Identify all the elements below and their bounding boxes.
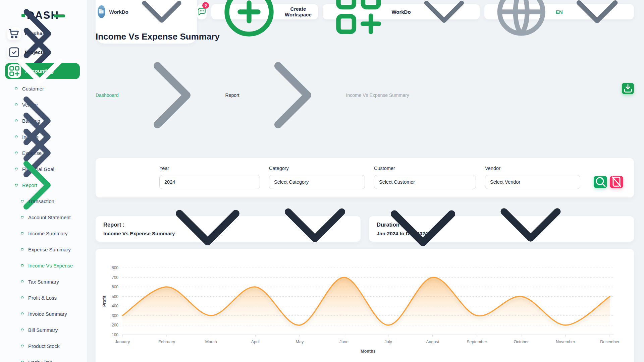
bullet-icon <box>20 344 24 348</box>
apply-filter-button[interactable] <box>594 176 607 188</box>
sidebar-item-label: Profit & Loss <box>28 295 57 301</box>
sidebar-item-report[interactable]: Report <box>0 177 87 193</box>
bullet-icon <box>20 328 24 332</box>
sidebar-item-label: Transaction <box>28 198 54 204</box>
breadcrumb-report[interactable]: Report <box>225 93 239 98</box>
sidebar-report-submenu: TransactionAccount StatementIncome Summa… <box>0 193 87 362</box>
svg-text:December: December <box>600 340 620 344</box>
svg-text:200: 200 <box>112 323 118 327</box>
category-select[interactable]: Select Category <box>269 175 365 189</box>
svg-text:March: March <box>205 340 217 344</box>
svg-text:September: September <box>467 340 487 344</box>
select-wrap: 2024 <box>159 175 260 189</box>
sidebar-accounting-submenu: CustomerVendorBankingIncomeExpenseFinanc… <box>0 80 87 193</box>
select-wrap: Select Customer <box>374 175 476 189</box>
search-icon <box>594 175 607 189</box>
svg-text:Months: Months <box>361 349 375 354</box>
svg-text:April: April <box>251 340 260 344</box>
bullet-icon <box>20 263 24 268</box>
svg-text:August: August <box>426 340 439 344</box>
sidebar-item-product-stock[interactable]: Product Stock <box>0 338 87 354</box>
filter-label-vendor: Vendor <box>485 166 580 171</box>
filter-label-year: Year <box>159 166 260 171</box>
sidebar-item-account-statement[interactable]: Account Statement <box>0 209 87 225</box>
download-report-button[interactable] <box>622 83 634 94</box>
language-selector[interactable]: EN <box>484 4 634 19</box>
svg-text:January: January <box>115 340 130 344</box>
globe-icon <box>490 0 552 43</box>
chevron-down-icon <box>566 0 628 43</box>
create-workspace-button[interactable]: Create Workspace <box>211 4 318 19</box>
bullet-icon <box>20 312 24 316</box>
reset-filter-button[interactable] <box>610 176 623 188</box>
chevron-down-icon <box>414 0 474 42</box>
sidebar-item-label: Cash Flow <box>28 359 52 362</box>
sidebar-item-transaction[interactable]: Transaction <box>0 193 87 209</box>
breadcrumb: Dashboard Report Income Vs Expense Summa… <box>96 45 409 145</box>
svg-text:October: October <box>514 340 529 344</box>
sidebar-item-invoice-summary[interactable]: Invoice Summary <box>0 306 87 322</box>
filter-field-category: CategorySelect Category <box>269 166 365 189</box>
sidebar-item-label: Income Vs Expense <box>28 263 73 268</box>
topbar-actions: 0 Create Workspace WorkDo EN <box>197 4 634 19</box>
svg-text:400: 400 <box>112 304 118 308</box>
sidebar-main-menu: PurchasesProjectsAccounting <box>0 24 87 79</box>
page-header: Income Vs Expense Summary Dashboard Repo… <box>96 32 634 145</box>
report-card: Report : Income Vs Expense Summary <box>96 216 361 242</box>
sidebar-item-expense-summary[interactable]: Expense Summary <box>0 241 87 257</box>
sidebar-item-income-summary[interactable]: Income Summary <box>0 225 87 241</box>
topbar: WorkDo 0 Create Workspace WorkDo EN <box>96 0 634 23</box>
year-select[interactable]: 2024 <box>159 175 260 189</box>
sidebar-item-income-vs-expense[interactable]: Income Vs Expense <box>0 257 87 274</box>
vendor-select[interactable]: Select Vendor <box>485 175 580 189</box>
breadcrumb-separator-icon <box>243 45 343 145</box>
report-card-value: Income Vs Expense Summary <box>103 231 353 236</box>
sidebar-item-cash-flow[interactable]: Cash Flow <box>0 354 87 362</box>
breadcrumb-current: Income Vs Expense Summary <box>346 93 409 98</box>
duration-card: Duration : Jan-2024 to Dec-2024 <box>369 216 634 242</box>
customer-select[interactable]: Select Customer <box>374 175 476 189</box>
sidebar-item-label: Expense Summary <box>28 247 71 252</box>
filter-field-vendor: VendorSelect Vendor <box>485 166 580 189</box>
filter-label-customer: Customer <box>374 166 476 171</box>
workspace-name: WorkDo <box>109 9 128 15</box>
svg-text:100: 100 <box>112 333 118 337</box>
svg-text:300: 300 <box>112 313 118 318</box>
download-icon <box>622 82 634 95</box>
sidebar-item-label: Tax Summary <box>28 279 59 285</box>
workspace-menu-button[interactable]: WorkDo <box>323 4 480 19</box>
bullet-icon <box>20 296 24 300</box>
main-content: WorkDo 0 Create Workspace WorkDo EN <box>87 0 644 362</box>
bullet-icon <box>20 231 24 236</box>
sidebar-item-tax-summary[interactable]: Tax Summary <box>0 274 87 290</box>
title-block: Income Vs Expense Summary Dashboard Repo… <box>96 32 409 145</box>
create-workspace-label: Create Workspace <box>284 6 312 17</box>
svg-text:June: June <box>339 340 348 344</box>
select-wrap: Select Vendor <box>485 175 580 189</box>
filter-label-category: Category <box>269 166 365 171</box>
sidebar-item-accounting[interactable]: Accounting <box>5 63 80 79</box>
breadcrumb-separator-icon <box>122 45 222 145</box>
filter-buttons <box>594 176 623 188</box>
sidebar-item-label: Bill Summary <box>28 327 58 333</box>
sidebar-item-label: Invoice Summary <box>28 311 67 317</box>
sidebar-item-label: Account Statement <box>28 215 71 220</box>
duration-card-value: Jan-2024 to Dec-2024 <box>377 231 626 236</box>
messages-button[interactable]: 0 <box>197 4 207 19</box>
svg-text:700: 700 <box>112 275 118 280</box>
sidebar-item-profit-loss[interactable]: Profit & Loss <box>0 290 87 306</box>
bullet-icon <box>20 280 24 284</box>
filter-field-customer: CustomerSelect Customer <box>374 166 476 189</box>
summary-cards: Report : Income Vs Expense Summary Durat… <box>96 216 634 242</box>
breadcrumb-dashboard[interactable]: Dashboard <box>96 93 119 98</box>
language-label: EN <box>556 9 563 15</box>
profit-chart-card: 100200300400500600700800JanuaryFebruaryM… <box>96 249 634 362</box>
bullet-icon <box>20 247 24 252</box>
profit-area-chart: 100200300400500600700800JanuaryFebruaryM… <box>99 258 631 362</box>
sidebar-item-label: Product Stock <box>28 343 59 349</box>
messages-badge: 0 <box>202 2 209 9</box>
sidebar-item-label: Income Summary <box>28 231 68 236</box>
page-title: Income Vs Expense Summary <box>96 32 409 42</box>
sidebar-item-bill-summary[interactable]: Bill Summary <box>0 322 87 338</box>
filter-field-year: Year2024 <box>159 166 260 189</box>
